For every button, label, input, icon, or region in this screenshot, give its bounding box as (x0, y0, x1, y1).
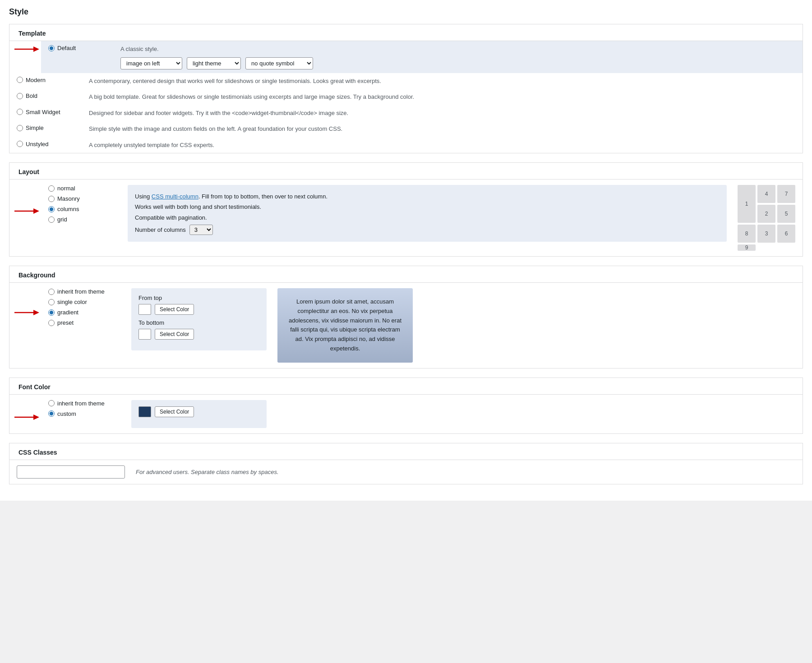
grid-cell-2: 2 (757, 205, 775, 223)
template-simple-label[interactable]: Simple (17, 124, 89, 131)
layout-info: Using CSS multi-column. Fill from top to… (128, 185, 727, 242)
template-unstyled-label[interactable]: Unstyled (17, 141, 89, 147)
background-options: From top Select Color To bottom Select C… (131, 288, 267, 350)
template-section: Template Default A classic style. (9, 24, 803, 153)
layout-normal-radio[interactable] (48, 185, 55, 192)
grid-cell-8: 8 (738, 225, 756, 243)
font-options: Select Color (131, 400, 267, 428)
layout-info-line1: Using CSS multi-column. Fill from top to… (135, 191, 720, 202)
page-title: Style (9, 7, 803, 17)
bg-inherit-radio[interactable] (48, 289, 55, 295)
from-top-swatch (138, 304, 151, 315)
to-bottom-color-row: Select Color (138, 329, 259, 340)
layout-inner: normal Masonry columns grid (9, 180, 803, 256)
css-classes-inner: For advanced users. Separate class names… (9, 460, 803, 484)
template-bold-desc: A big bold template. Great for slideshow… (89, 92, 795, 101)
template-simple-radio[interactable] (17, 125, 23, 131)
template-modern-radio[interactable] (17, 77, 23, 83)
template-bold-row: Bold A big bold template. Great for slid… (9, 89, 803, 105)
bg-single-radio[interactable] (48, 299, 55, 305)
svg-marker-3 (33, 208, 39, 214)
grid-cell-7: 7 (777, 185, 795, 203)
bg-gradient-radio[interactable] (48, 309, 55, 316)
layout-section-title: Layout (9, 163, 803, 179)
template-modern-row: Modern A contemporary, centered design t… (9, 73, 803, 89)
font-color-section: Font Color inherit from theme (9, 378, 803, 434)
grid-cell-9: 9 (738, 244, 756, 251)
layout-columns-label[interactable]: columns (48, 206, 120, 212)
template-small-widget-label[interactable]: Small Widget (17, 109, 89, 115)
svg-marker-5 (33, 310, 39, 315)
background-preview: Lorem ipsum dolor sit amet, accusam comp… (277, 288, 413, 363)
to-bottom-color-button[interactable]: Select Color (155, 329, 194, 340)
column-grid: 1 4 7 2 5 8 3 6 9 (738, 185, 795, 251)
to-bottom-label: To bottom (138, 319, 259, 326)
css-classes-section: CSS Classes For advanced users. Separate… (9, 443, 803, 484)
layout-masonry-label[interactable]: Masonry (48, 195, 120, 202)
bg-preset-radio[interactable] (48, 320, 55, 326)
grid-cell-3: 3 (757, 225, 775, 243)
template-unstyled-row: Unstyled A completely unstyled template … (9, 137, 803, 153)
template-bold-radio[interactable] (17, 93, 23, 99)
columns-count-select[interactable]: 1 2 3 4 5 (189, 225, 213, 235)
template-bold-label[interactable]: Bold (17, 92, 89, 99)
template-default-label[interactable]: Default (48, 45, 120, 51)
bg-gradient-label[interactable]: gradient (48, 309, 120, 316)
theme-select[interactable]: light theme dark theme (187, 57, 241, 69)
font-color-inner: inherit from theme custom Select Color (9, 395, 803, 433)
layout-grid-radio[interactable] (48, 216, 55, 223)
grid-cell-5: 5 (777, 205, 795, 223)
template-simple-desc: Simple style with the image and custom f… (89, 124, 795, 134)
template-simple-row: Simple Simple style with the image and c… (9, 121, 803, 137)
layout-info-line2: Works well with both long and short test… (135, 202, 720, 212)
css-classes-section-title: CSS Classes (9, 443, 803, 460)
background-section: Background inherit from theme (9, 266, 803, 368)
to-bottom-swatch (138, 329, 151, 340)
from-top-color-button[interactable]: Select Color (155, 304, 194, 315)
from-top-color-row: Select Color (138, 304, 259, 315)
template-unstyled-radio[interactable] (17, 141, 23, 147)
template-default-row: Default A classic style. image on left i… (9, 41, 803, 73)
svg-marker-7 (33, 414, 39, 420)
template-section-title: Template (9, 24, 803, 41)
css-classes-input[interactable] (17, 465, 125, 479)
template-default-radio[interactable] (48, 45, 55, 51)
font-custom-label[interactable]: custom (48, 410, 120, 417)
css-classes-hint: For advanced users. Separate class names… (136, 469, 279, 475)
bg-single-label[interactable]: single color (48, 299, 120, 305)
font-color-section-title: Font Color (9, 378, 803, 394)
layout-normal-label[interactable]: normal (48, 185, 120, 192)
template-default-desc: A classic style. image on left image on … (120, 45, 795, 69)
layout-columns-radio[interactable] (48, 206, 55, 212)
template-unstyled-desc: A completely unstyled template for CSS e… (89, 141, 795, 150)
layout-section: Layout normal (9, 162, 803, 257)
bg-inherit-label[interactable]: inherit from theme (48, 288, 120, 295)
columns-select-label: Number of columns (135, 225, 186, 235)
layout-info-line3: Compatible with pagination. (135, 212, 720, 223)
arrow-gradient (9, 283, 41, 317)
background-inner: inherit from theme single color gradient (9, 283, 803, 368)
columns-select-row: Number of columns 1 2 3 4 5 (135, 225, 720, 235)
background-radios: inherit from theme single color gradient (48, 288, 120, 326)
layout-masonry-radio[interactable] (48, 196, 55, 202)
font-color-button[interactable]: Select Color (155, 406, 194, 417)
font-inherit-radio[interactable] (48, 400, 55, 406)
font-inherit-label[interactable]: inherit from theme (48, 400, 120, 407)
bg-preset-label[interactable]: preset (48, 319, 120, 326)
template-modern-desc: A contemporary, centered design that wor… (89, 77, 795, 86)
layout-grid-label[interactable]: grid (48, 216, 120, 223)
css-multicolumn-link[interactable]: CSS multi-column (152, 193, 198, 200)
svg-marker-1 (33, 46, 39, 52)
arrow-default (9, 41, 41, 54)
quote-symbol-select[interactable]: no quote symbol quote symbol (245, 57, 313, 69)
image-position-select[interactable]: image on left image on right no image (120, 57, 182, 69)
template-small-widget-radio[interactable] (17, 109, 23, 115)
background-section-title: Background (9, 266, 803, 282)
font-radios: inherit from theme custom (48, 400, 120, 417)
template-small-widget-desc: Designed for sidebar and footer widgets.… (89, 109, 795, 118)
layout-radios: normal Masonry columns grid (48, 185, 120, 223)
font-custom-radio[interactable] (48, 410, 55, 417)
from-top-label: From top (138, 295, 259, 301)
template-modern-label[interactable]: Modern (17, 77, 89, 83)
template-default-option: Default A classic style. image on left i… (41, 41, 803, 73)
